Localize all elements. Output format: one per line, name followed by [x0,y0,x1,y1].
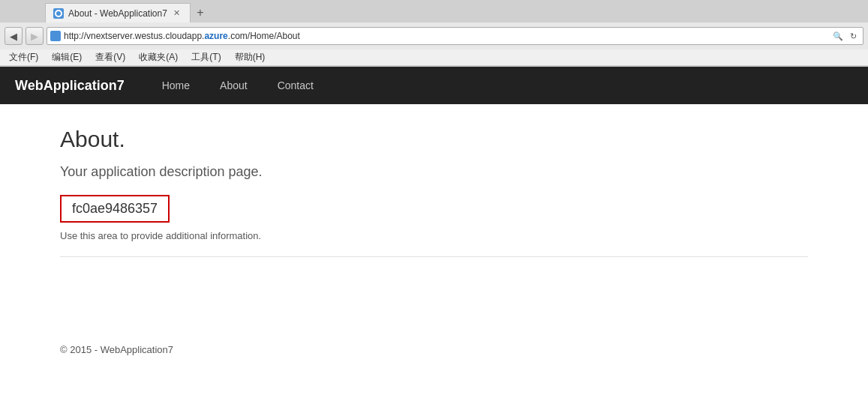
highlight-box: fc0ae9486357 [60,195,170,223]
address-favicon [50,31,61,41]
menu-item-view[interactable]: 查看(V) [92,51,128,64]
new-tab-button[interactable]: + [191,3,210,22]
forward-button[interactable]: ▶ [26,27,44,45]
tab-close-button[interactable]: ✕ [172,8,182,19]
content-divider [60,256,808,257]
nav-link-contact[interactable]: Contact [270,79,321,91]
refresh-icon[interactable]: ↻ [846,29,860,43]
page-subtitle: Your application description page. [60,164,808,180]
page-title: About. [60,127,808,152]
nav-link-about[interactable]: About [212,79,255,91]
back-button[interactable]: ◀ [5,27,23,45]
menu-item-edit[interactable]: 编辑(E) [49,51,85,64]
back-icon: ◀ [10,31,17,42]
browser-tab[interactable]: About - WebApplication7 ✕ [45,3,191,22]
menu-item-tools[interactable]: 工具(T) [188,51,224,64]
site-navbar: WebApplication7 Home About Contact [0,67,868,104]
search-icon[interactable]: 🔍 [831,29,845,43]
address-text: http://vnextserver.westus.cloudapp.azure… [64,31,828,41]
menu-item-help[interactable]: 帮助(H) [232,51,269,64]
menu-bar: 文件(F) 编辑(E) 查看(V) 收藏夹(A) 工具(T) 帮助(H) [0,49,868,66]
browser-chrome: About - WebApplication7 ✕ + ◀ ▶ http://v… [0,0,868,67]
footer-text: © 2015 - WebApplication7 [60,344,173,355]
address-bar[interactable]: http://vnextserver.westus.cloudapp.azure… [47,27,863,45]
menu-item-favorites[interactable]: 收藏夹(A) [136,51,181,64]
address-row: ◀ ▶ http://vnextserver.westus.cloudapp.a… [0,22,868,49]
site-brand[interactable]: WebApplication7 [15,78,125,94]
tab-label: About - WebApplication7 [68,8,167,19]
forward-icon: ▶ [31,31,38,42]
site-footer: © 2015 - WebApplication7 [0,329,868,370]
page-content: About. Your application description page… [0,104,868,329]
address-actions: 🔍 ↻ [831,29,860,43]
menu-item-file[interactable]: 文件(F) [6,51,41,64]
tab-bar: About - WebApplication7 ✕ + [0,0,868,22]
nav-link-home[interactable]: Home [155,79,197,91]
additional-info: Use this area to provide additional info… [60,230,808,241]
tab-favicon [53,8,64,19]
